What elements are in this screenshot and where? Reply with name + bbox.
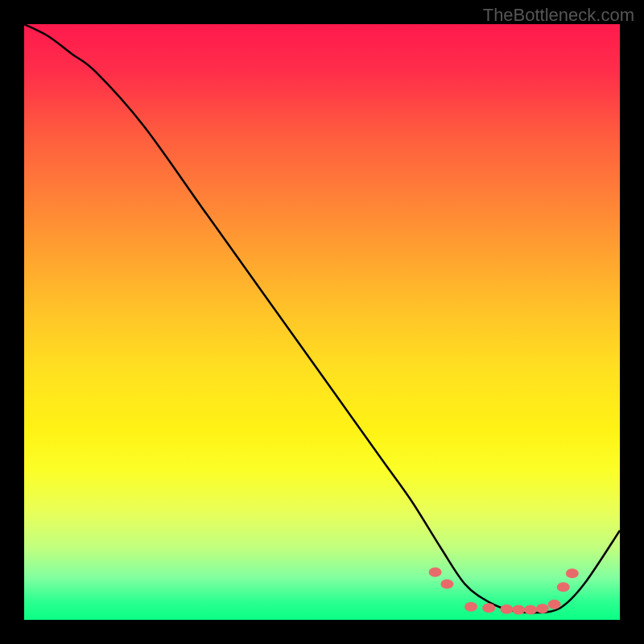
chart-marker-dot xyxy=(429,568,442,577)
chart-plot-area xyxy=(24,24,620,620)
chart-marker-dot xyxy=(464,602,477,612)
watermark-text: TheBottleneck.com xyxy=(483,5,634,26)
chart-marker-dot xyxy=(557,582,570,592)
chart-markers xyxy=(429,568,579,615)
chart-marker-dot xyxy=(482,603,495,613)
chart-marker-dot xyxy=(536,604,549,613)
chart-marker-dot xyxy=(500,605,513,614)
chart-marker-dot xyxy=(566,568,579,578)
chart-marker-dot xyxy=(548,600,561,609)
chart-marker-dot xyxy=(512,605,525,614)
chart-marker-dot xyxy=(440,580,453,589)
chart-svg xyxy=(24,24,620,620)
chart-curve xyxy=(24,24,620,613)
chart-marker-dot xyxy=(524,605,537,614)
